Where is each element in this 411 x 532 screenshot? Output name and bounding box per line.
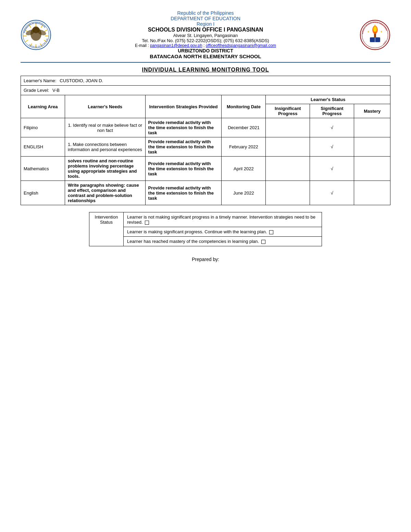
grade-cell: Grade Level: V-B xyxy=(21,86,390,95)
cell-learners-needs: solves routine and non-routine problems … xyxy=(65,157,146,181)
cell-insignificant xyxy=(266,137,310,157)
address-text: Alvear St. Lingayen, Pangasinan xyxy=(58,33,353,38)
left-logo: KAGAWARAN NG EDUKASYON REPUBLIKA NG PILI… xyxy=(21,20,51,50)
page-header: KAGAWARAN NG EDUKASYON REPUBLIKA NG PILI… xyxy=(21,10,390,59)
tel-text: Tel. No./Fax No. (075) 522-2202(OSDS); (… xyxy=(58,38,353,43)
learner-name-value: CUSTODIO, JOAN D. xyxy=(60,78,103,83)
cell-mastery xyxy=(354,157,390,181)
cell-insignificant xyxy=(266,118,310,137)
cell-monitoring-date: April 2022 xyxy=(222,157,266,181)
intervention-text-1: Learner is not making significant progre… xyxy=(127,214,315,225)
cell-significant: √ xyxy=(310,137,354,157)
col-mastery: Mastery xyxy=(354,104,390,118)
intervention-row-2: Learner is making significant progress. … xyxy=(89,227,322,237)
table-row: Filipino 1. Identify real or make believ… xyxy=(21,118,390,137)
email1-link[interactable]: pangasinan1@deped.gov.ph xyxy=(150,43,202,48)
intervention-status-label: Intervention Status xyxy=(89,212,124,246)
col-monitoring-date: Monitoring Date xyxy=(222,95,266,118)
grade-value: V-B xyxy=(52,88,60,93)
col-learning-area: Learning Area xyxy=(21,95,65,118)
col-learners-status: Learner's Status xyxy=(266,95,390,104)
cell-intervention: Provide remedial activity with the time … xyxy=(145,118,222,137)
intervention-status-table: Intervention Status Learner is not makin… xyxy=(89,212,322,246)
learner-name-label: Learner's Name: xyxy=(24,78,57,83)
col-learners-needs: Learner's Needs xyxy=(65,95,146,118)
email-sep: ; xyxy=(203,43,206,48)
svg-text:★: ★ xyxy=(380,30,383,33)
table-row: ENGLISH 1. Make connections between info… xyxy=(21,137,390,157)
cell-intervention: Provide remedial activity with the time … xyxy=(145,181,222,205)
cell-learning-area: English xyxy=(21,181,65,205)
cell-monitoring-date: February 2022 xyxy=(222,137,266,157)
intervention-text-3: Learner has reached mastery of the compe… xyxy=(127,239,259,244)
division-text: SCHOOLS DIVISION OFFICE I PANGASINAN xyxy=(58,27,353,33)
email-text: E-mail : pangasinan1@deped.gov.ph ; offi… xyxy=(58,43,353,48)
cell-significant: √ xyxy=(310,181,354,205)
intervention-text-2: Learner is making significant progress. … xyxy=(127,229,267,234)
main-table: Learner's Name: CUSTODIO, JOAN D. Grade … xyxy=(21,76,390,205)
region-text: Region I xyxy=(58,21,353,27)
learner-name-cell: Learner's Name: CUSTODIO, JOAN D. xyxy=(21,76,390,86)
intervention-row-1: Intervention Status Learner is not makin… xyxy=(89,212,322,227)
school-text: BATANCAOA NORTH ELEMENTARY SCHOOL xyxy=(58,53,353,59)
cell-intervention: Provide remedial activity with the time … xyxy=(145,157,222,181)
cell-significant: √ xyxy=(310,118,354,137)
intervention-label: Intervention Strategies Provided xyxy=(149,104,217,109)
cell-significant: √ xyxy=(310,157,354,181)
doc-title: INDIVIDUAL LEARNING MONITORING TOOL xyxy=(21,67,390,73)
cell-mastery xyxy=(354,181,390,205)
email-label: E-mail : xyxy=(135,43,149,48)
insignificant-label: Insignificant Progress xyxy=(275,106,301,116)
intervention-checkbox-3[interactable] xyxy=(261,240,265,244)
header-divider xyxy=(21,62,390,63)
right-logo: ★ ★ ★ SCHOOLS DIVISION OFFICE I PANGASIN… xyxy=(360,20,390,50)
intervention-label-text: Intervention Status xyxy=(95,214,118,225)
intervention-checkbox-2[interactable] xyxy=(269,230,273,234)
cell-monitoring-date: December 2021 xyxy=(222,118,266,137)
cell-mastery xyxy=(354,137,390,157)
intervention-row-3: Learner has reached mastery of the compe… xyxy=(89,237,322,246)
intervention-checkbox-1[interactable] xyxy=(145,221,149,225)
svg-text:★: ★ xyxy=(374,24,376,27)
col-intervention: Intervention Strategies Provided xyxy=(145,95,222,118)
svg-text:★: ★ xyxy=(367,30,370,33)
svg-point-24 xyxy=(373,26,377,32)
col-significant: Significant Progress xyxy=(310,104,354,118)
cell-learners-needs: 1. Make connections between information … xyxy=(65,137,146,157)
cell-intervention: Provide remedial activity with the time … xyxy=(145,137,222,157)
cell-learning-area: ENGLISH xyxy=(21,137,65,157)
intervention-item-2: Learner is making significant progress. … xyxy=(124,227,322,237)
republic-text: Republic of the Philippines xyxy=(58,10,353,16)
cell-learners-needs: 1. Identify real or make believe fact or… xyxy=(65,118,146,137)
intervention-item-1: Learner is not making significant progre… xyxy=(124,212,322,227)
email2-link[interactable]: officeofthesdspangasinani@gmail.com xyxy=(206,43,276,48)
cell-insignificant xyxy=(266,181,310,205)
dept-text: DEPARTMENT OF EDUCATION xyxy=(58,16,353,21)
cell-learning-area: Mathematics xyxy=(21,157,65,181)
prepared-by: Prepared by: xyxy=(21,257,390,262)
grade-label: Grade Level: xyxy=(24,88,49,93)
table-header-row1: Learning Area Learner's Needs Interventi… xyxy=(21,95,390,104)
cell-learning-area: Filipino xyxy=(21,118,65,137)
intervention-item-3: Learner has reached mastery of the compe… xyxy=(124,237,322,246)
district-text: URBIZTONDO DISTRICT xyxy=(58,48,353,53)
col-insignificant: Insignificant Progress xyxy=(266,104,310,118)
table-row: English Write paragraphs showing: cause … xyxy=(21,181,390,205)
cell-mastery xyxy=(354,118,390,137)
significant-label: Significant Progress xyxy=(321,106,343,116)
cell-learners-needs: Write paragraphs showing: cause and effe… xyxy=(65,181,146,205)
cell-insignificant xyxy=(266,157,310,181)
learner-name-row: Learner's Name: CUSTODIO, JOAN D. xyxy=(21,76,390,86)
cell-monitoring-date: June 2022 xyxy=(222,181,266,205)
header-text: Republic of the Philippines DEPARTMENT O… xyxy=(58,10,353,59)
table-row: Mathematics solves routine and non-routi… xyxy=(21,157,390,181)
grade-row: Grade Level: V-B xyxy=(21,86,390,95)
